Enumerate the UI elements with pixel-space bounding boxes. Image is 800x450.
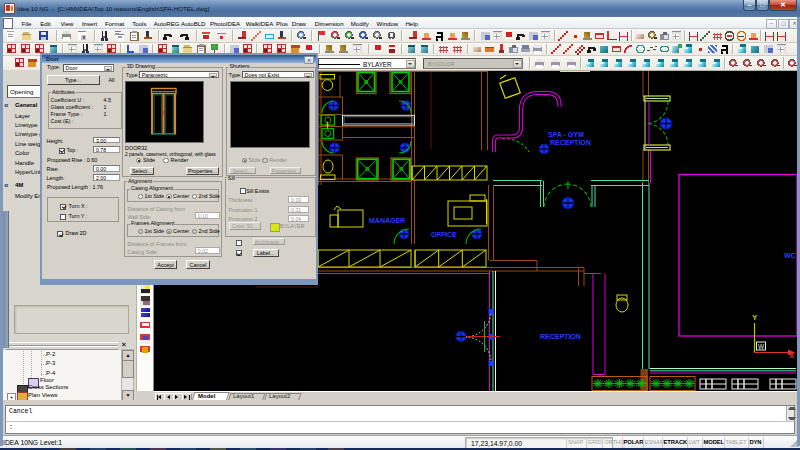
svg-text:WC: WC: [784, 252, 796, 259]
svg-text:OFFICE: OFFICE: [431, 231, 457, 238]
svg-text:X: X: [789, 351, 795, 360]
svg-text:SPA - GYM: SPA - GYM: [548, 131, 584, 138]
svg-text:MANAGER: MANAGER: [369, 217, 405, 224]
svg-text:RECEPTION: RECEPTION: [540, 333, 581, 340]
svg-text:W: W: [758, 343, 765, 350]
svg-text:Y: Y: [752, 313, 758, 322]
svg-text:RECEPTION: RECEPTION: [550, 139, 591, 146]
